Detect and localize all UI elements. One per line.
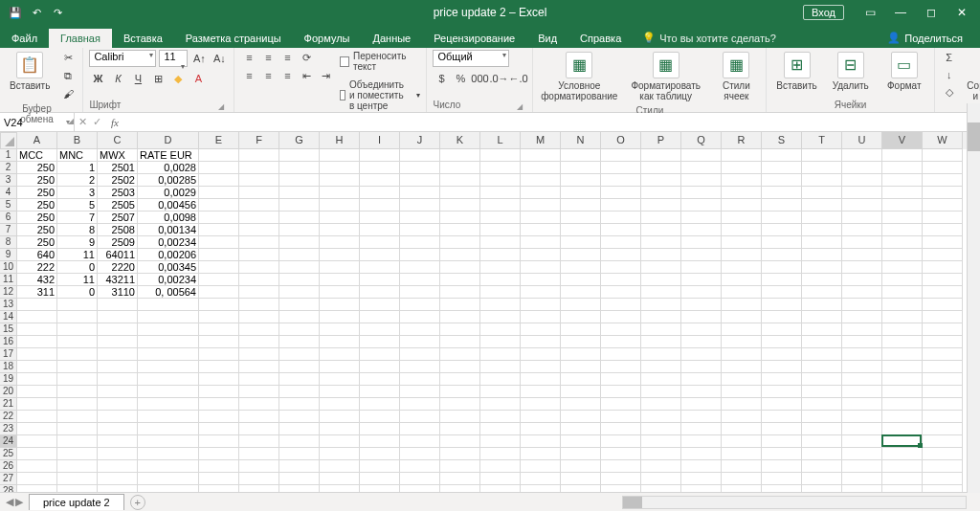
undo-icon[interactable]: ↶: [29, 5, 44, 20]
cell[interactable]: [521, 299, 561, 311]
cell[interactable]: [17, 323, 57, 336]
cell[interactable]: [400, 473, 440, 485]
col-header[interactable]: P: [641, 132, 681, 149]
cell[interactable]: [320, 386, 360, 398]
cell[interactable]: [722, 261, 762, 274]
cell[interactable]: [199, 460, 239, 473]
cell[interactable]: [239, 423, 279, 435]
cell[interactable]: [57, 423, 98, 435]
cell[interactable]: [762, 336, 802, 348]
font-color-icon[interactable]: A: [189, 71, 207, 86]
cell[interactable]: [641, 162, 681, 174]
cell[interactable]: [762, 224, 802, 236]
indent-dec-icon[interactable]: ⇤: [298, 68, 315, 83]
login-badge[interactable]: Вход: [803, 5, 844, 20]
cell[interactable]: [802, 249, 842, 261]
cell[interactable]: [440, 460, 480, 473]
cell[interactable]: [239, 348, 279, 361]
cell[interactable]: [480, 473, 521, 485]
border-icon[interactable]: ⊞: [149, 71, 167, 86]
cell[interactable]: [641, 174, 681, 187]
cell[interactable]: [521, 149, 561, 162]
cell[interactable]: [923, 149, 963, 162]
cell[interactable]: [842, 348, 882, 361]
cell[interactable]: 0,00134: [138, 224, 199, 236]
cell[interactable]: [641, 323, 681, 336]
cell[interactable]: [842, 460, 882, 473]
row-header[interactable]: 4: [0, 187, 17, 199]
cell[interactable]: [561, 261, 601, 274]
cell[interactable]: [722, 224, 762, 236]
cell[interactable]: [17, 423, 57, 435]
cell[interactable]: [802, 398, 842, 411]
cell[interactable]: [239, 485, 279, 492]
enter-fx-icon[interactable]: ✓: [93, 116, 101, 128]
cell[interactable]: [320, 162, 360, 174]
cell[interactable]: [681, 149, 722, 162]
cell[interactable]: [641, 386, 681, 398]
cell[interactable]: [17, 460, 57, 473]
indent-inc-icon[interactable]: ⇥: [317, 68, 334, 83]
cell[interactable]: [360, 435, 400, 448]
cell[interactable]: [57, 473, 98, 485]
cell[interactable]: [440, 149, 480, 162]
cell[interactable]: [279, 211, 320, 224]
cell[interactable]: [641, 149, 681, 162]
tab-layout[interactable]: Разметка страницы: [174, 29, 293, 48]
fx-icon[interactable]: fx: [105, 117, 124, 128]
cell[interactable]: [239, 411, 279, 423]
cell[interactable]: [802, 187, 842, 199]
col-header[interactable]: C: [98, 132, 138, 149]
cell[interactable]: 432: [17, 274, 57, 286]
tab-file[interactable]: Файл: [0, 29, 49, 48]
sheet-tab[interactable]: price update 2: [29, 494, 124, 510]
cell[interactable]: [681, 473, 722, 485]
cell[interactable]: [400, 373, 440, 386]
cell[interactable]: [681, 361, 722, 373]
cell[interactable]: [480, 224, 521, 236]
cell[interactable]: 2508: [98, 224, 138, 236]
cell[interactable]: [842, 435, 882, 448]
cell[interactable]: [480, 187, 521, 199]
cell[interactable]: [480, 211, 521, 224]
cell[interactable]: [842, 249, 882, 261]
cell[interactable]: [681, 423, 722, 435]
cell[interactable]: [882, 286, 923, 299]
cell[interactable]: [923, 274, 963, 286]
cell[interactable]: [641, 311, 681, 323]
cell[interactable]: [923, 311, 963, 323]
cell[interactable]: [199, 174, 239, 187]
cell[interactable]: [57, 460, 98, 473]
cell[interactable]: [641, 274, 681, 286]
cell[interactable]: [440, 299, 480, 311]
cell[interactable]: [239, 299, 279, 311]
cell[interactable]: [561, 386, 601, 398]
cell[interactable]: [882, 485, 923, 492]
cell[interactable]: [802, 274, 842, 286]
cell[interactable]: [17, 473, 57, 485]
cell[interactable]: [138, 448, 199, 460]
cell[interactable]: [802, 336, 842, 348]
cell[interactable]: [641, 398, 681, 411]
cell[interactable]: [521, 224, 561, 236]
cell[interactable]: [923, 435, 963, 448]
cell[interactable]: 3110: [98, 286, 138, 299]
cell[interactable]: [17, 311, 57, 323]
cell[interactable]: [360, 149, 400, 162]
cell[interactable]: [199, 187, 239, 199]
cell[interactable]: [762, 373, 802, 386]
cell[interactable]: [762, 411, 802, 423]
cell[interactable]: [641, 485, 681, 492]
sheet-prev-icon[interactable]: ◀: [6, 496, 13, 508]
col-header[interactable]: D: [138, 132, 199, 149]
cell[interactable]: [98, 448, 138, 460]
col-header[interactable]: N: [561, 132, 601, 149]
cell[interactable]: [601, 261, 641, 274]
cell[interactable]: [762, 162, 802, 174]
cell[interactable]: [561, 336, 601, 348]
cell[interactable]: [480, 348, 521, 361]
cell[interactable]: [722, 485, 762, 492]
col-header[interactable]: H: [320, 132, 360, 149]
cell[interactable]: [279, 411, 320, 423]
cell[interactable]: [360, 174, 400, 187]
